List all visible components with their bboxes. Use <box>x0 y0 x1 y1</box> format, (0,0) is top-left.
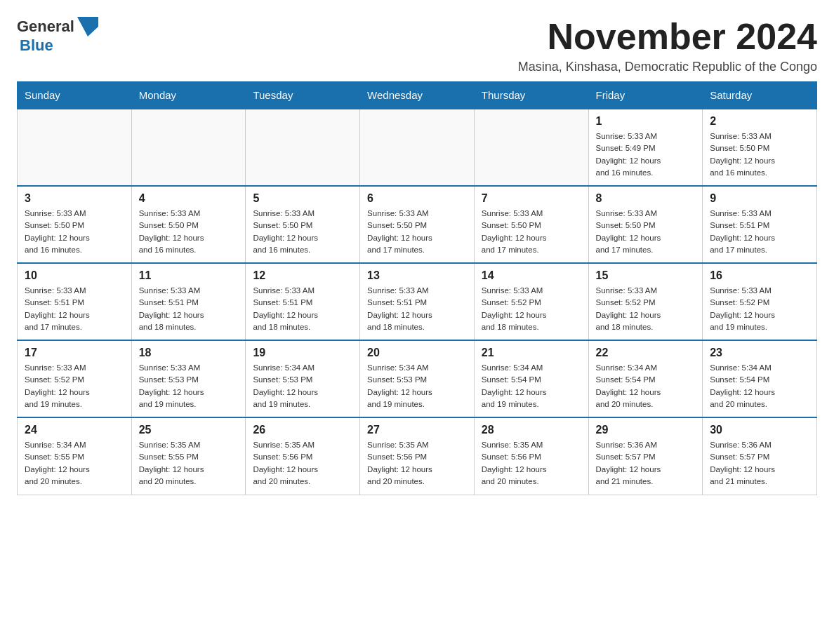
calendar-cell <box>18 109 132 186</box>
calendar-cell: 10Sunrise: 5:33 AM Sunset: 5:51 PM Dayli… <box>18 263 132 340</box>
day-info: Sunrise: 5:33 AM Sunset: 5:53 PM Dayligh… <box>139 362 239 410</box>
month-title: November 2024 <box>518 17 817 57</box>
calendar-cell: 18Sunrise: 5:33 AM Sunset: 5:53 PM Dayli… <box>131 340 246 417</box>
week-row-2: 10Sunrise: 5:33 AM Sunset: 5:51 PM Dayli… <box>18 263 817 340</box>
calendar-cell <box>131 109 246 186</box>
calendar-cell: 20Sunrise: 5:34 AM Sunset: 5:53 PM Dayli… <box>360 340 475 417</box>
day-number: 28 <box>482 424 581 436</box>
day-number: 26 <box>253 424 352 436</box>
calendar-cell: 3Sunrise: 5:33 AM Sunset: 5:50 PM Daylig… <box>18 186 132 263</box>
day-info: Sunrise: 5:33 AM Sunset: 5:50 PM Dayligh… <box>596 208 696 256</box>
calendar-cell: 22Sunrise: 5:34 AM Sunset: 5:54 PM Dayli… <box>588 340 703 417</box>
day-number: 2 <box>710 115 809 128</box>
day-info: Sunrise: 5:34 AM Sunset: 5:54 PM Dayligh… <box>482 362 581 410</box>
day-info: Sunrise: 5:36 AM Sunset: 5:57 PM Dayligh… <box>710 439 809 488</box>
logo-general: General <box>17 18 74 36</box>
day-info: Sunrise: 5:36 AM Sunset: 5:57 PM Dayligh… <box>596 439 696 488</box>
day-number: 23 <box>710 347 809 359</box>
calendar-cell: 13Sunrise: 5:33 AM Sunset: 5:51 PM Dayli… <box>360 263 475 340</box>
day-info: Sunrise: 5:33 AM Sunset: 5:50 PM Dayligh… <box>139 208 239 256</box>
calendar-cell <box>360 109 475 186</box>
header-tuesday: Tuesday <box>246 82 360 109</box>
calendar-cell: 17Sunrise: 5:33 AM Sunset: 5:52 PM Dayli… <box>18 340 132 417</box>
day-number: 5 <box>253 192 352 205</box>
day-number: 3 <box>25 192 124 205</box>
title-area: November 2024 Masina, Kinshasa, Democrat… <box>518 17 817 74</box>
day-number: 27 <box>367 424 467 436</box>
day-info: Sunrise: 5:34 AM Sunset: 5:55 PM Dayligh… <box>25 439 124 488</box>
week-row-4: 24Sunrise: 5:34 AM Sunset: 5:55 PM Dayli… <box>18 417 817 495</box>
logo-blue: Blue <box>20 36 53 54</box>
day-number: 21 <box>482 347 581 359</box>
week-row-3: 17Sunrise: 5:33 AM Sunset: 5:52 PM Dayli… <box>18 340 817 417</box>
calendar-cell: 27Sunrise: 5:35 AM Sunset: 5:56 PM Dayli… <box>360 417 475 495</box>
day-number: 11 <box>139 269 239 282</box>
day-info: Sunrise: 5:33 AM Sunset: 5:51 PM Dayligh… <box>253 285 352 333</box>
day-info: Sunrise: 5:33 AM Sunset: 5:52 PM Dayligh… <box>482 285 581 333</box>
day-number: 7 <box>482 192 581 205</box>
day-number: 8 <box>596 192 696 205</box>
calendar-cell: 12Sunrise: 5:33 AM Sunset: 5:51 PM Dayli… <box>246 263 360 340</box>
day-number: 24 <box>25 424 124 436</box>
day-info: Sunrise: 5:34 AM Sunset: 5:53 PM Dayligh… <box>367 362 467 410</box>
day-info: Sunrise: 5:33 AM Sunset: 5:51 PM Dayligh… <box>710 208 809 256</box>
calendar-cell <box>246 109 360 186</box>
calendar-cell: 2Sunrise: 5:33 AM Sunset: 5:50 PM Daylig… <box>703 109 817 186</box>
day-info: Sunrise: 5:33 AM Sunset: 5:51 PM Dayligh… <box>139 285 239 333</box>
calendar-cell: 8Sunrise: 5:33 AM Sunset: 5:50 PM Daylig… <box>588 186 703 263</box>
day-info: Sunrise: 5:35 AM Sunset: 5:56 PM Dayligh… <box>367 439 467 488</box>
header-monday: Monday <box>131 82 246 109</box>
day-number: 9 <box>710 192 809 205</box>
day-info: Sunrise: 5:33 AM Sunset: 5:52 PM Dayligh… <box>710 285 809 333</box>
day-info: Sunrise: 5:35 AM Sunset: 5:55 PM Dayligh… <box>139 439 239 488</box>
day-info: Sunrise: 5:33 AM Sunset: 5:52 PM Dayligh… <box>25 362 124 410</box>
day-number: 1 <box>596 115 696 128</box>
header-sunday: Sunday <box>18 82 132 109</box>
day-number: 30 <box>710 424 809 436</box>
calendar-cell: 14Sunrise: 5:33 AM Sunset: 5:52 PM Dayli… <box>474 263 588 340</box>
day-info: Sunrise: 5:33 AM Sunset: 5:49 PM Dayligh… <box>596 130 696 179</box>
day-number: 29 <box>596 424 696 436</box>
calendar-cell: 21Sunrise: 5:34 AM Sunset: 5:54 PM Dayli… <box>474 340 588 417</box>
day-number: 16 <box>710 269 809 282</box>
day-number: 6 <box>367 192 467 205</box>
logo-text: General Blue <box>17 17 98 55</box>
day-info: Sunrise: 5:34 AM Sunset: 5:54 PM Dayligh… <box>710 362 809 410</box>
calendar-cell: 24Sunrise: 5:34 AM Sunset: 5:55 PM Dayli… <box>18 417 132 495</box>
day-number: 20 <box>367 347 467 359</box>
calendar-cell: 19Sunrise: 5:34 AM Sunset: 5:53 PM Dayli… <box>246 340 360 417</box>
day-info: Sunrise: 5:33 AM Sunset: 5:50 PM Dayligh… <box>710 130 809 179</box>
logo-icon <box>77 17 98 36</box>
header-friday: Friday <box>588 82 703 109</box>
day-number: 12 <box>253 269 352 282</box>
header-saturday: Saturday <box>703 82 817 109</box>
day-number: 18 <box>139 347 239 359</box>
day-number: 15 <box>596 269 696 282</box>
day-info: Sunrise: 5:35 AM Sunset: 5:56 PM Dayligh… <box>253 439 352 488</box>
calendar-cell: 4Sunrise: 5:33 AM Sunset: 5:50 PM Daylig… <box>131 186 246 263</box>
header-wednesday: Wednesday <box>360 82 475 109</box>
calendar-cell: 7Sunrise: 5:33 AM Sunset: 5:50 PM Daylig… <box>474 186 588 263</box>
calendar-cell: 6Sunrise: 5:33 AM Sunset: 5:50 PM Daylig… <box>360 186 475 263</box>
day-info: Sunrise: 5:33 AM Sunset: 5:51 PM Dayligh… <box>367 285 467 333</box>
calendar-cell: 11Sunrise: 5:33 AM Sunset: 5:51 PM Dayli… <box>131 263 246 340</box>
day-number: 14 <box>482 269 581 282</box>
day-number: 25 <box>139 424 239 436</box>
day-info: Sunrise: 5:33 AM Sunset: 5:50 PM Dayligh… <box>482 208 581 256</box>
day-info: Sunrise: 5:33 AM Sunset: 5:50 PM Dayligh… <box>253 208 352 256</box>
logo: General Blue <box>17 17 98 55</box>
day-number: 19 <box>253 347 352 359</box>
calendar-cell: 28Sunrise: 5:35 AM Sunset: 5:56 PM Dayli… <box>474 417 588 495</box>
week-row-1: 3Sunrise: 5:33 AM Sunset: 5:50 PM Daylig… <box>18 186 817 263</box>
day-info: Sunrise: 5:33 AM Sunset: 5:52 PM Dayligh… <box>596 285 696 333</box>
header-thursday: Thursday <box>474 82 588 109</box>
svg-marker-0 <box>77 17 98 36</box>
calendar-cell: 26Sunrise: 5:35 AM Sunset: 5:56 PM Dayli… <box>246 417 360 495</box>
day-info: Sunrise: 5:33 AM Sunset: 5:50 PM Dayligh… <box>367 208 467 256</box>
calendar-cell: 15Sunrise: 5:33 AM Sunset: 5:52 PM Dayli… <box>588 263 703 340</box>
location-subtitle: Masina, Kinshasa, Democratic Republic of… <box>518 60 817 74</box>
day-number: 10 <box>25 269 124 282</box>
calendar-table: SundayMondayTuesdayWednesdayThursdayFrid… <box>17 81 817 495</box>
calendar-cell: 9Sunrise: 5:33 AM Sunset: 5:51 PM Daylig… <box>703 186 817 263</box>
calendar-cell: 5Sunrise: 5:33 AM Sunset: 5:50 PM Daylig… <box>246 186 360 263</box>
